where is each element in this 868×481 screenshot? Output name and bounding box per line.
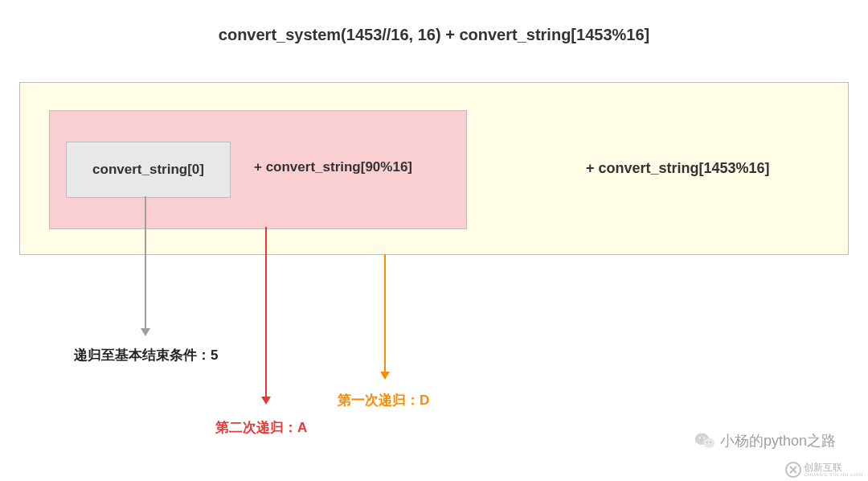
svg-point-1 xyxy=(703,438,714,448)
label-second-recursion: 第二次递归：A xyxy=(215,418,307,437)
label-first-recursion: 第一次递归：D xyxy=(338,391,429,409)
svg-point-2 xyxy=(698,437,700,438)
first-recursion-box: convert_string[0] + convert_string[90%16… xyxy=(49,110,467,229)
corner-watermark: 创新互联 CHUANG XIN HU LIAN xyxy=(785,462,863,478)
wechat-text: 小杨的python之路 xyxy=(720,431,836,450)
svg-point-5 xyxy=(710,442,711,443)
wechat-attribution: 小杨的python之路 xyxy=(694,431,836,450)
svg-point-3 xyxy=(703,437,705,438)
svg-point-4 xyxy=(706,442,708,443)
arrow-base-case xyxy=(145,196,146,328)
arrow-first-recursion xyxy=(384,254,386,372)
corner-sub-text: CHUANG XIN HU LIAN xyxy=(804,472,863,477)
corner-main-text: 创新互联 xyxy=(804,462,863,472)
diagram-title: convert_system(1453//16, 16) + convert_s… xyxy=(0,26,868,44)
label-base-case: 递归至基本结束条件：5 xyxy=(74,346,218,364)
arrow-second-recursion xyxy=(265,227,267,397)
outer-call-expr: + convert_string[1453%16] xyxy=(586,160,770,177)
corner-logo-icon xyxy=(785,462,801,478)
outer-call-box: convert_string[0] + convert_string[90%16… xyxy=(19,82,849,255)
base-case-box: convert_string[0] xyxy=(66,142,231,198)
wechat-icon xyxy=(694,432,715,450)
first-recursion-expr: + convert_string[90%16] xyxy=(254,159,412,175)
